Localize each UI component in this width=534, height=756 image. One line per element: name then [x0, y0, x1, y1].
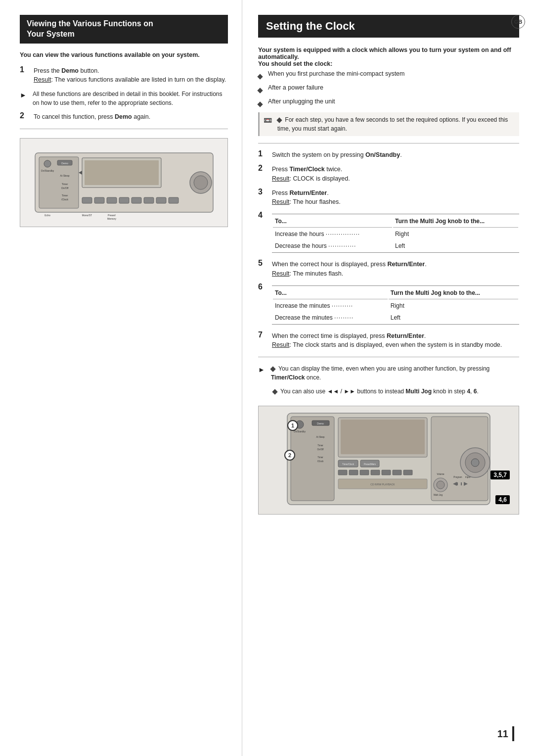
- svg-text:On/Standby: On/Standby: [41, 169, 54, 172]
- svg-rect-64: [461, 482, 462, 485]
- left-note-1-text: All these functions are described in det…: [33, 90, 228, 107]
- right-step-2-content: Press Timer/Clock twice. Result: CLOCK i…: [272, 165, 519, 184]
- right-tape-note: 📼 For each step, you have a few seconds …: [258, 112, 519, 136]
- step4-row2-action: Decrease the hours ·············: [273, 240, 392, 251]
- svg-rect-49: [382, 470, 391, 475]
- svg-text:/Clock: /Clock: [61, 198, 68, 201]
- right-step-6-content: To... Turn the Multi Jog knob to the... …: [272, 284, 519, 327]
- badge-46: 4,6: [495, 495, 510, 504]
- step4-col1-header: To...: [273, 215, 392, 228]
- right-sub-note: You can also use ◄◄ / ►► buttons to inst…: [273, 387, 519, 396]
- svg-point-57: [471, 459, 479, 467]
- svg-rect-63: [457, 482, 458, 485]
- svg-text:Volume: Volume: [437, 473, 445, 475]
- right-step-4: 4 To... Turn the Multi Jog knob to the..…: [258, 212, 519, 255]
- svg-text:Timer: Timer: [61, 194, 68, 197]
- svg-point-2: [44, 160, 51, 167]
- tape-icon: 📼: [264, 115, 274, 126]
- svg-rect-24: [132, 197, 141, 203]
- left-step-1-num: 1: [20, 65, 31, 74]
- gb-badge: GB: [511, 15, 525, 29]
- right-step-5-num: 5: [258, 259, 269, 268]
- svg-rect-29: [291, 417, 334, 501]
- left-step-1-content: Press the Demo button. Result: The vario…: [34, 66, 228, 85]
- svg-rect-50: [393, 470, 401, 475]
- right-step-1: 1 Switch the system on by pressing On/St…: [258, 150, 519, 160]
- left-device-svg: On/Standby Demo At Sleep Timer On/Off Ti…: [30, 143, 218, 222]
- left-divider: [20, 129, 228, 129]
- right-column: GB Setting the Clock Your system is equi…: [242, 0, 534, 756]
- badge-2: 2: [284, 450, 295, 461]
- right-step-4-table: To... Turn the Multi Jog knob to the... …: [272, 214, 519, 253]
- page-number: 11: [497, 728, 508, 740]
- svg-point-59: [437, 481, 445, 489]
- step6-row1-action: Increase the minutes ··········: [273, 300, 388, 311]
- right-arrow-note-1-content: You can display the time, even when you …: [271, 364, 519, 382]
- svg-text:Input: Input: [465, 476, 471, 478]
- svg-text:Demo: Demo: [61, 162, 68, 165]
- svg-rect-21: [94, 197, 104, 203]
- left-intro: You can view the various functions avail…: [20, 51, 228, 58]
- step6-row1-direction: Right: [389, 300, 518, 311]
- svg-text:On/Off: On/Off: [61, 187, 68, 189]
- page-bar: [512, 726, 514, 741]
- svg-text:Timer: Timer: [317, 444, 323, 447]
- right-step-5: 5 When the correct hour is displayed, pr…: [258, 260, 519, 279]
- left-step-2: 2 To cancel this function, press Demo ag…: [20, 112, 228, 122]
- svg-text:Demo: Demo: [317, 422, 324, 425]
- svg-text:Multi Jog: Multi Jog: [434, 494, 443, 496]
- svg-rect-27: [169, 197, 178, 203]
- right-step-3: 3 Press Return/Enter. Result: The hour f…: [258, 189, 519, 207]
- step4-row1-action: Increase the hours ················: [273, 229, 392, 239]
- right-step-6: 6 To... Turn the Multi Jog knob to the..…: [258, 284, 519, 327]
- svg-text:At Sleep: At Sleep: [60, 174, 69, 177]
- svg-rect-47: [360, 470, 369, 475]
- step6-row-1: Increase the minutes ·········· Right: [273, 300, 518, 311]
- svg-rect-51: [403, 470, 412, 475]
- svg-rect-20: [82, 197, 92, 203]
- left-column: Viewing the Various Functions on Your Sy…: [0, 0, 242, 756]
- right-bullet-2: After a power failure: [258, 83, 519, 95]
- step6-col1-header: To...: [273, 287, 388, 299]
- svg-rect-23: [119, 197, 129, 203]
- svg-text:Timer/Clock: Timer/Clock: [342, 463, 355, 466]
- right-sub-note-content: You can also use ◄◄ / ►► buttons to inst…: [273, 387, 479, 396]
- right-step-2: 2 Press Timer/Clock twice. Result: CLOCK…: [258, 165, 519, 184]
- right-step-4-content: To... Turn the Multi Jog knob to the... …: [272, 212, 519, 255]
- svg-text:On/Off: On/Off: [317, 448, 324, 451]
- right-arrow-note-1: ► You can display the time, even when yo…: [258, 364, 519, 382]
- right-divider-1: [258, 143, 519, 143]
- diamond-icon-1: [258, 72, 265, 81]
- step6-row2-direction: Left: [389, 312, 518, 323]
- arrow-right-icon-2: ►: [258, 365, 268, 375]
- step6-row2-action: Decrease the minutes ·········: [273, 312, 388, 323]
- svg-text:On/Standby: On/Standby: [294, 430, 306, 433]
- step6-col2-header: Turn the Multi Jog knob to the...: [389, 287, 518, 299]
- diamond-icon-3: [258, 99, 265, 109]
- right-divider-2: [258, 357, 519, 357]
- svg-rect-46: [349, 470, 358, 475]
- svg-rect-45: [338, 470, 347, 475]
- left-step-2-num: 2: [20, 111, 31, 120]
- right-step-1-num: 1: [258, 149, 269, 158]
- svg-text:Timer: Timer: [61, 183, 68, 186]
- step6-row-2: Decrease the minutes ········· Left: [273, 312, 518, 323]
- step4-row2-direction: Left: [393, 240, 518, 251]
- left-device-image: On/Standby Demo At Sleep Timer On/Off Ti…: [20, 138, 228, 227]
- tape-note-text: For each step, you have a few seconds to…: [277, 115, 515, 133]
- right-step-6-table: To... Turn the Multi Jog knob to the... …: [272, 285, 519, 325]
- step4-row-2: Decrease the hours ············· Left: [273, 240, 518, 251]
- right-intro: Your system is equipped with a clock whi…: [258, 47, 519, 67]
- svg-rect-25: [144, 197, 154, 203]
- left-step-2-content: To cancel this function, press Demo agai…: [34, 112, 228, 122]
- arrow-right-icon: ►: [20, 90, 30, 100]
- page-number-area: 11: [497, 726, 514, 741]
- svg-text:Preset/Mem: Preset/Mem: [364, 463, 376, 466]
- step4-col2-header: Turn the Multi Jog knob to the...: [393, 215, 518, 228]
- badge-1: 1: [287, 420, 298, 431]
- svg-rect-48: [371, 470, 380, 475]
- svg-rect-22: [107, 197, 117, 203]
- right-step-3-num: 3: [258, 188, 269, 196]
- step4-row-1: Increase the hours ················ Righ…: [273, 229, 518, 239]
- badge-357: 3,5,7: [490, 471, 510, 479]
